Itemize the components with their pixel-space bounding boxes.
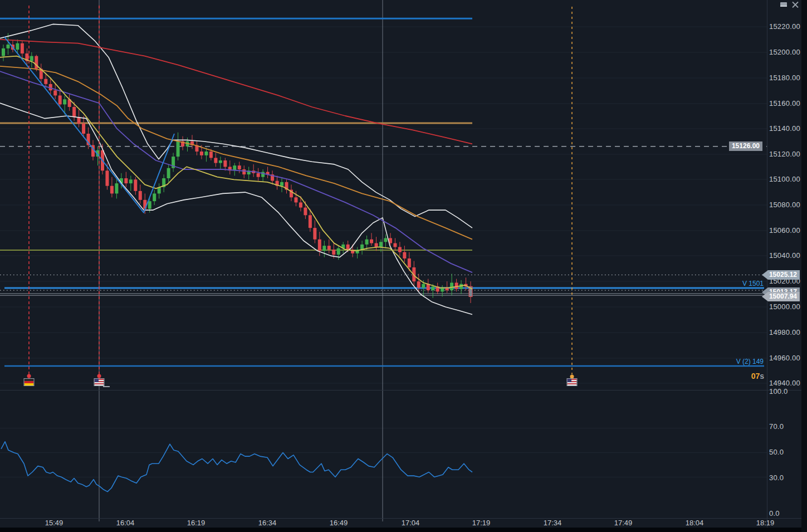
countdown-unit: s — [760, 372, 764, 380]
axis-tick-label: 15000.00 — [769, 302, 800, 311]
countdown-value: 07 — [751, 372, 760, 380]
close-icon[interactable] — [791, 1, 799, 8]
axis-tick-label: 100.0 — [769, 387, 788, 396]
last-price-tag: 15007.94 — [762, 292, 800, 301]
axis-tick-label: 15200.00 — [769, 48, 800, 57]
window-edge — [801, 0, 807, 532]
axis-tick-label: 15100.00 — [769, 175, 800, 184]
time-tick-label: 18:04 — [686, 519, 704, 527]
flag-de-icon[interactable] — [24, 379, 34, 386]
axis-tick-label: 15120.00 — [769, 150, 800, 159]
event-dot — [97, 374, 101, 378]
axis-tick-label: 30.0 — [769, 474, 784, 482]
time-tick-label: 17:49 — [614, 519, 633, 527]
axis-tick-label: 15080.00 — [769, 201, 800, 209]
rsi-layer — [1, 442, 472, 492]
axis-tick-label: 15160.00 — [769, 99, 800, 108]
frame-layer — [0, 0, 807, 532]
axis-tick-label: 14980.00 — [769, 328, 800, 337]
axis-tick-label: 15040.00 — [769, 251, 800, 260]
time-tick-label: 16:49 — [330, 519, 348, 527]
axis-tick-label: 70.0 — [769, 422, 784, 431]
time-tick-label: 17:19 — [472, 519, 491, 527]
ma-fast-yellow — [0, 56, 472, 289]
volume-level-label-1: V 1501 — [742, 280, 764, 287]
minimize-icon[interactable] — [780, 1, 788, 8]
time-tick-label: 17:34 — [544, 519, 562, 527]
chart-plot-area[interactable] — [0, 0, 807, 532]
axis-tick-label: 50.0 — [769, 448, 784, 457]
window-controls — [780, 1, 799, 8]
axis-tick-label: 14940.00 — [769, 379, 800, 388]
axis-tick-label: 15220.00 — [769, 22, 800, 31]
candles-layer — [2, 33, 472, 303]
trading-chart-window: 15220.0015200.0015180.0015160.0015140.00… — [0, 0, 807, 532]
bar-countdown: 07s — [751, 372, 764, 380]
event-markers-layer — [24, 374, 577, 387]
time-tick-label: 16:04 — [116, 519, 135, 527]
flag-us-icon[interactable] — [94, 379, 104, 386]
time-tick-label: 17:04 — [402, 519, 420, 527]
axis-tick-label: 15180.00 — [769, 74, 800, 82]
gridlines-layer — [0, 27, 767, 477]
event-dot — [27, 374, 31, 378]
bollinger-upper — [0, 24, 472, 228]
time-tick-label: 16:19 — [187, 519, 206, 527]
flag-us-icon[interactable] — [567, 379, 577, 386]
ma-medium-orange — [0, 66, 472, 240]
axis-tick-label: 15140.00 — [769, 124, 800, 133]
time-tick-label: 18:19 — [756, 519, 775, 527]
event-dot — [570, 375, 574, 379]
ma-slow-red — [0, 40, 472, 144]
time-tick-label: 16:34 — [258, 519, 277, 527]
axis-tick-label: 14960.00 — [769, 354, 800, 363]
time-tick-label: 15:49 — [45, 519, 63, 527]
axis-tick-label: 15060.00 — [769, 226, 800, 235]
line-price-tag: 15126.00 — [729, 141, 762, 151]
upper-price-tag: 15025.12 — [762, 270, 800, 280]
rsi-line — [1, 442, 472, 492]
volume-level-label-2: V (2) 149 — [736, 358, 764, 365]
axis-tick-label: 0.0 — [769, 509, 780, 518]
